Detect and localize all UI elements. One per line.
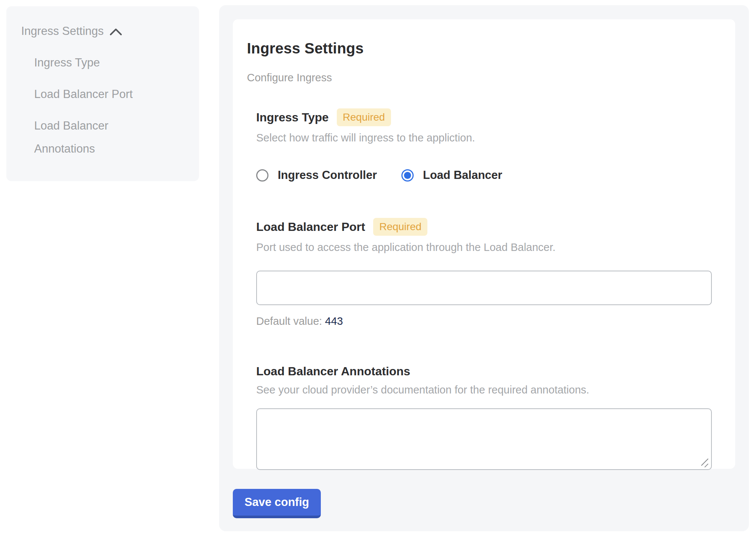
settings-outline-sidebar: Ingress Settings Ingress Type Load Balan… [6, 6, 199, 181]
radio-label-load-balancer: Load Balancer [423, 169, 502, 182]
lb-port-description: Port used to access the application thro… [256, 241, 712, 254]
ingress-type-description: Select how traffic will ingress to the a… [256, 132, 712, 144]
lb-annotations-textarea[interactable] [256, 408, 712, 470]
lb-annotations-label: Load Balancer Annotations [256, 365, 410, 378]
section-load-balancer-port: Load Balancer Port Required Port used to… [256, 218, 712, 327]
required-badge: Required [337, 108, 391, 126]
radio-label-ingress-controller: Ingress Controller [278, 169, 377, 182]
lb-annotations-description: See your cloud provider’s documentation … [256, 384, 712, 396]
page-title: Ingress Settings [247, 40, 712, 57]
section-load-balancer-annotations: Load Balancer Annotations See your cloud… [256, 365, 712, 470]
default-value-number: 443 [325, 315, 343, 327]
lb-port-label: Load Balancer Port [256, 220, 365, 234]
ingress-type-radio-group: Ingress Controller Load Balancer [256, 169, 712, 182]
required-badge: Required [373, 218, 427, 236]
ingress-settings-card: Ingress Settings Configure Ingress Ingre… [233, 19, 735, 469]
sidebar-item-load-balancer-annotations[interactable]: Load Balancer Annotations [34, 114, 146, 160]
main-panel: Ingress Settings Configure Ingress Ingre… [219, 5, 749, 531]
sidebar-item-list: Ingress Type Load Balancer Port Load Bal… [21, 54, 189, 160]
ingress-type-label: Ingress Type [256, 111, 329, 124]
save-config-button[interactable]: Save config [233, 489, 321, 518]
radio-ingress-controller[interactable] [256, 169, 268, 182]
sidebar-item-load-balancer-port[interactable]: Load Balancer Port [34, 86, 189, 103]
sidebar-group-label: Ingress Settings [21, 23, 104, 40]
radio-load-balancer[interactable] [401, 169, 414, 182]
section-ingress-type: Ingress Type Required Select how traffic… [256, 108, 712, 182]
chevron-up-icon[interactable] [110, 28, 122, 36]
radio-option-load-balancer[interactable]: Load Balancer [401, 169, 502, 182]
lb-port-input[interactable] [256, 271, 712, 305]
page-subtitle: Configure Ingress [247, 72, 712, 84]
sidebar-item-ingress-type[interactable]: Ingress Type [34, 54, 189, 71]
default-value-label: Default value: [256, 315, 322, 327]
lb-port-default-line: Default value:443 [256, 315, 712, 327]
sidebar-group-ingress-settings[interactable]: Ingress Settings [21, 23, 189, 40]
radio-option-ingress-controller[interactable]: Ingress Controller [256, 169, 377, 182]
